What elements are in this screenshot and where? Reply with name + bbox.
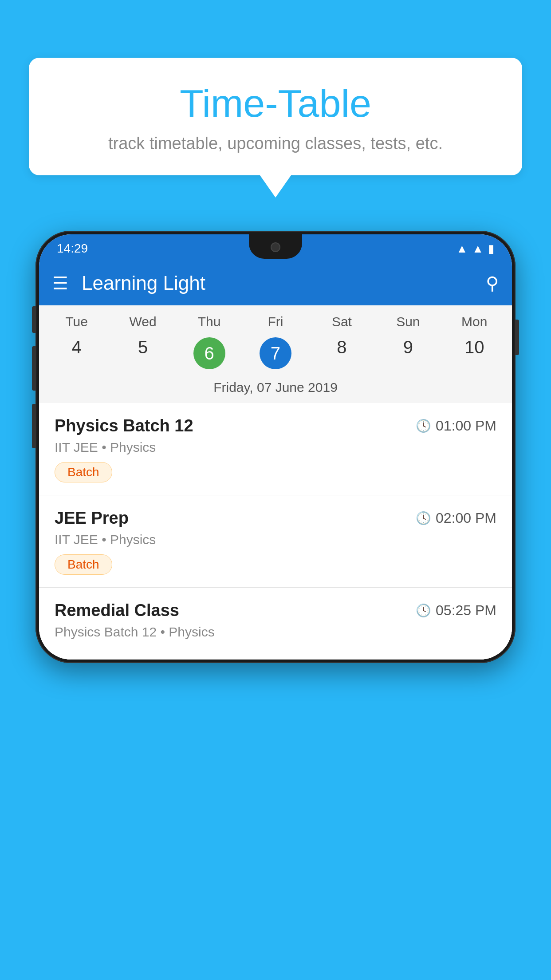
calendar-strip: TueWedThuFriSatSunMon 45678910 Friday, 0… xyxy=(39,305,512,403)
schedule-item-2[interactable]: Remedial Class🕓05:25 PMPhysics Batch 12 … xyxy=(39,588,512,660)
day-number-5[interactable]: 5 xyxy=(110,333,176,375)
speech-bubble-section: Time-Table track timetable, upcoming cla… xyxy=(29,58,522,198)
day-header-thu: Thu xyxy=(176,314,242,333)
clock-icon-0: 🕓 xyxy=(416,419,431,433)
selected-date-label: Friday, 07 June 2019 xyxy=(39,375,512,403)
app-bar: ☰ Learning Light ⚲ xyxy=(39,261,512,305)
batch-badge-1: Batch xyxy=(55,554,112,575)
day-header-wed: Wed xyxy=(110,314,176,333)
schedule-time-1: 02:00 PM xyxy=(436,510,496,526)
clock-icon-2: 🕓 xyxy=(416,603,431,618)
schedule-subtitle-0: IIT JEE • Physics xyxy=(55,440,496,455)
day-number-6[interactable]: 6 xyxy=(176,333,242,375)
feature-title: Time-Table xyxy=(55,82,496,125)
front-camera xyxy=(271,242,280,252)
speech-bubble-arrow xyxy=(260,175,291,198)
schedule-item-0[interactable]: Physics Batch 12🕓01:00 PMIIT JEE • Physi… xyxy=(39,403,512,495)
wifi-icon: ▲ xyxy=(457,242,468,256)
day-number-9[interactable]: 9 xyxy=(375,333,441,375)
day-header-mon: Mon xyxy=(441,314,508,333)
status-time: 14:29 xyxy=(57,241,88,256)
day-headers: TueWedThuFriSatSunMon xyxy=(39,314,512,333)
schedule-title-0: Physics Batch 12 xyxy=(55,416,193,435)
volume-down-button xyxy=(32,404,35,448)
signal-icon: ▲ xyxy=(472,242,484,256)
batch-badge-0: Batch xyxy=(55,462,112,482)
phone-frame: 14:29 ▲ ▲ ▮ ☰ Learning Light ⚲ TueWedThu… xyxy=(35,231,516,663)
day-header-sat: Sat xyxy=(309,314,375,333)
app-bar-title: Learning Light xyxy=(82,272,486,294)
schedule-title-1: JEE Prep xyxy=(55,509,129,528)
search-icon[interactable]: ⚲ xyxy=(486,273,499,293)
schedule-subtitle-1: IIT JEE • Physics xyxy=(55,532,496,547)
volume-silent-button xyxy=(32,306,35,333)
day-numbers: 45678910 xyxy=(39,333,512,375)
power-button xyxy=(516,320,519,355)
hamburger-menu-icon[interactable]: ☰ xyxy=(52,274,68,292)
schedule-list: Physics Batch 12🕓01:00 PMIIT JEE • Physi… xyxy=(39,403,512,660)
feature-subtitle: track timetable, upcoming classes, tests… xyxy=(55,134,496,153)
phone-mockup: 14:29 ▲ ▲ ▮ ☰ Learning Light ⚲ TueWedThu… xyxy=(35,231,516,663)
schedule-title-2: Remedial Class xyxy=(55,601,179,620)
schedule-time-2: 05:25 PM xyxy=(436,602,496,619)
schedule-item-1[interactable]: JEE Prep🕓02:00 PMIIT JEE • PhysicsBatch xyxy=(39,495,512,588)
day-number-4[interactable]: 4 xyxy=(43,333,110,375)
volume-up-button xyxy=(32,346,35,391)
day-number-10[interactable]: 10 xyxy=(441,333,508,375)
day-header-fri: Fri xyxy=(242,314,308,333)
schedule-time-0: 01:00 PM xyxy=(436,418,496,434)
speech-bubble-card: Time-Table track timetable, upcoming cla… xyxy=(29,58,522,175)
day-number-7[interactable]: 7 xyxy=(242,333,308,375)
phone-screen: 14:29 ▲ ▲ ▮ ☰ Learning Light ⚲ TueWedThu… xyxy=(39,234,512,660)
day-header-sun: Sun xyxy=(375,314,441,333)
day-header-tue: Tue xyxy=(43,314,110,333)
phone-notch xyxy=(249,234,302,259)
day-number-8[interactable]: 8 xyxy=(309,333,375,375)
schedule-subtitle-2: Physics Batch 12 • Physics xyxy=(55,624,496,640)
battery-icon: ▮ xyxy=(488,242,494,256)
status-icons: ▲ ▲ ▮ xyxy=(457,242,494,256)
clock-icon-1: 🕓 xyxy=(416,511,431,526)
